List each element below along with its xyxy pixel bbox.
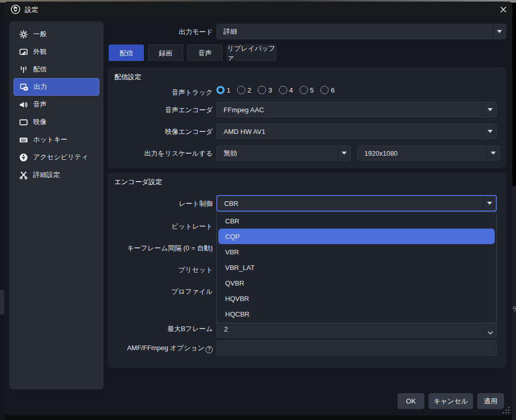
rescale-resolution-select[interactable]: 1920x1080 [357,145,500,161]
background-window-fragment-right: ラ [512,186,516,420]
ok-label: OK [406,397,416,405]
radio-label: 6 [331,86,334,94]
dropdown-option-hqcbr[interactable]: HQCBR [217,306,496,322]
tab-streaming[interactable]: 配信 [109,44,144,61]
audio-track-radios: 1 2 3 4 5 6 [216,86,334,94]
tab-label: 録画 [159,49,172,58]
output-mode-label: 出力モード [109,27,213,37]
window-title: 設定 [25,5,38,14]
help-glyph: ? [208,347,211,352]
audio-track-2-radio[interactable]: 2 [237,86,251,94]
dropdown-option-hqvbr[interactable]: HQVBR [217,291,496,306]
radio-label: 2 [247,86,251,94]
option-label: QVBR [225,279,244,287]
rescale-output-label: 出力をリスケールする [108,149,213,158]
sidebar-item-label: 配信 [33,65,47,74]
option-label: HQCBR [225,310,249,318]
dropdown-option-qvbr[interactable]: QVBR [217,275,496,291]
radio-label: 3 [268,86,272,94]
sidebar-item-label: 出力 [34,82,47,92]
rate-control-dropdown: CBR CQP VBR VBR_LAT QVBR HQVBR HQCBR [216,212,497,323]
rescale-mode-select[interactable]: 無効 [216,145,351,161]
ok-button[interactable]: OK [397,393,424,409]
audio-encoder-label: 音声エンコーダ [108,106,213,115]
sidebar-item-accessibility[interactable]: アクセシビリティ [13,148,99,166]
sidebar-item-audio[interactable]: 音声 [13,96,99,113]
option-label: CBR [225,217,239,225]
title-bar[interactable]: 設定 [4,2,512,17]
tab-label: リプレイバッファ [227,44,276,63]
video-encoder-select[interactable]: AMD HW AV1 [216,124,497,139]
sidebar-item-label: 映像 [33,117,47,127]
audio-encoder-value: FFmpeg AAC [217,106,483,114]
audio-track-3-radio[interactable]: 3 [258,86,272,94]
preset-label: プリセット [108,265,213,275]
dropdown-option-cqp[interactable]: CQP [218,229,495,244]
bitrate-label: ビットレート [108,222,213,231]
accessibility-icon [19,153,28,162]
output-icon [19,82,28,92]
dropdown-option-vbr[interactable]: VBR [217,244,496,260]
radio-label: 5 [310,86,314,94]
tab-recording[interactable]: 録画 [148,44,183,61]
sidebar-item-video[interactable]: 映像 [13,113,99,131]
dropdown-option-cbr[interactable]: CBR [217,213,496,229]
option-label: HQVBR [225,295,249,303]
max-bframes-value: 2 [217,325,484,337]
apply-button[interactable]: 適用 [477,393,504,409]
tab-replay-buffer[interactable]: リプレイバッファ [227,44,276,61]
radio-icon [258,86,266,94]
rate-control-value: CBR [217,200,483,207]
close-button[interactable] [494,2,512,17]
sidebar-item-output[interactable]: 出力 [13,78,99,96]
section-title: エンコーダ設定 [114,177,162,187]
speaker-icon [19,100,28,109]
chevron-down-icon [483,196,496,211]
radio-label: 4 [289,86,293,94]
broadcast-icon [19,65,28,74]
sidebar-item-hotkeys[interactable]: ホットキー [13,131,99,148]
output-mode-value: 詳細 [217,27,493,36]
dropdown-option-vbr-lat[interactable]: VBR_LAT [217,260,496,275]
tab-label: 音声 [198,49,212,58]
audio-track-1-radio[interactable]: 1 [216,86,230,94]
sidebar-item-label: 一般 [33,29,47,39]
radio-label: 1 [227,86,230,94]
audio-track-6-radio[interactable]: 6 [320,86,334,94]
cancel-button[interactable]: キャンセル [429,393,473,409]
radio-icon [237,86,245,94]
audio-track-label: 音声トラック [108,88,213,97]
tab-audio[interactable]: 音声 [187,44,223,61]
radio-icon [300,86,308,94]
resize-grip[interactable] [503,407,509,413]
sidebar-item-general[interactable]: 一般 [13,25,99,43]
help-icon[interactable]: ? [205,346,213,353]
keyframe-interval-label: キーフレーム間隔 (0 = 自動) [108,244,213,253]
rate-control-select[interactable]: CBR [216,195,497,212]
sidebar-item-advanced[interactable]: 詳細設定 [13,166,99,184]
sidebar-item-stream[interactable]: 配信 [13,61,99,78]
sidebar-item-label: ホットキー [33,135,67,144]
apply-label: 適用 [484,397,497,406]
audio-track-4-radio[interactable]: 4 [279,86,293,94]
background-text-fragment: ラ [512,305,516,313]
chevron-down-icon [483,102,496,117]
max-bframes-label: 最大Bフレーム [108,324,213,334]
video-encoder-label: 映像エンコーダ [108,127,213,137]
option-label: CQP [225,233,240,241]
amf-options-input[interactable] [216,340,497,356]
sidebar-item-label: 詳細設定 [33,170,60,179]
settings-sidebar: 一般 外観 配信 [9,21,104,389]
sidebar-item-label: アクセシビリティ [33,153,88,162]
output-mode-select[interactable]: 詳細 [216,24,506,39]
sidebar-item-label: 外観 [33,47,47,56]
sidebar-item-label: 音声 [33,100,47,109]
audio-encoder-select[interactable]: FFmpeg AAC [216,102,497,117]
spinner-down-icon[interactable] [484,328,496,337]
obs-logo-icon [10,4,21,14]
streaming-settings-panel: 配信設定 音声トラック 1 2 3 4 5 6 音声エンコーダ [108,67,506,169]
audio-track-5-radio[interactable]: 5 [300,86,314,94]
radio-icon [320,86,329,94]
sidebar-item-appearance[interactable]: 外観 [13,43,99,61]
radio-selected-icon [216,86,225,94]
